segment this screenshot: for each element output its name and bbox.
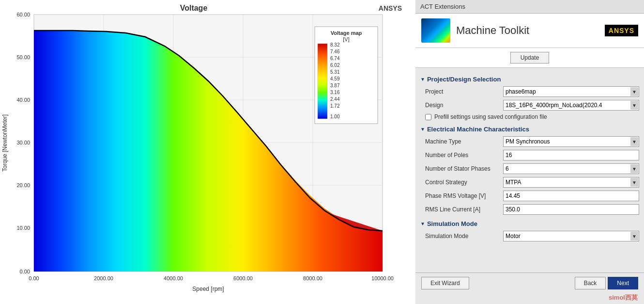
svg-text:4000.00: 4000.00 (164, 275, 183, 281)
rms-line-row: RMS Line Current [A] (415, 203, 644, 216)
ansys-label: ANSYS (379, 4, 402, 12)
svg-text:50.00: 50.00 (16, 54, 30, 60)
svg-text:6.74: 6.74 (330, 56, 340, 61)
svg-text:3.16: 3.16 (330, 90, 340, 95)
svg-text:8.32: 8.32 (330, 42, 340, 48)
machine-type-select-wrapper: PM Synchronous ▼ (503, 136, 639, 147)
svg-text:8000.00: 8000.00 (303, 275, 322, 281)
svg-text:60.00: 60.00 (16, 12, 30, 17)
ansys-logo: ANSYS (605, 25, 638, 36)
watermark: simol西莫 (413, 292, 642, 303)
back-button[interactable]: Back (575, 277, 606, 289)
project-row: Project phase6map ▼ (415, 85, 644, 98)
sim-mode-label: Simulation Mode (425, 233, 500, 240)
svg-text:[V]: [V] (343, 36, 349, 42)
act-extensions-label: ACT Extensions (420, 3, 465, 10)
form-area: ▼ Project/Design Selection Project phase… (415, 68, 644, 272)
svg-text:7.46: 7.46 (330, 49, 340, 54)
machine-type-select[interactable]: PM Synchronous (503, 136, 639, 147)
svg-text:0.00: 0.00 (20, 269, 30, 274)
project-select[interactable]: phase6map (503, 86, 639, 97)
control-strategy-label: Control Strategy (425, 179, 500, 186)
phase-rms-input[interactable] (503, 191, 639, 201)
svg-text:1.00: 1.00 (330, 114, 340, 119)
update-button[interactable]: Update (510, 52, 550, 64)
sim-mode-row: Simulation Mode Motor ▼ (415, 229, 644, 243)
simulation-section-header: ▼ Simulation Mode (415, 218, 644, 229)
control-strategy-select[interactable]: MTPA (503, 177, 639, 188)
svg-text:5.31: 5.31 (330, 69, 340, 75)
num-poles-label: Number of Poles (425, 152, 500, 159)
machine-type-label: Machine Type (425, 138, 500, 145)
project-select-wrapper: phase6map ▼ (503, 86, 639, 97)
svg-text:30.00: 30.00 (16, 140, 30, 145)
svg-rect-36 (318, 44, 327, 119)
toolkit-header: Machine Toolkit ANSYS (415, 14, 644, 48)
right-panel: ACT Extensions Machine Toolkit ANSYS Upd… (415, 0, 644, 304)
section-arrow-project: ▼ (420, 77, 425, 82)
design-row: Design 18S_16P6_4000rpm_NoLoad(2020.4 ▼ (415, 98, 644, 112)
svg-text:4.59: 4.59 (330, 76, 340, 81)
bottom-buttons-bar: Exit Wizard Back Next (415, 272, 644, 293)
svg-text:2.44: 2.44 (330, 96, 340, 102)
num-stator-select[interactable]: 6 (503, 163, 639, 174)
control-strategy-row: Control Strategy MTPA ▼ (415, 176, 644, 189)
nav-button-group: Back Next (575, 277, 638, 289)
phase-rms-row: Phase RMS Voltage [V] (415, 189, 644, 203)
svg-text:2000.00: 2000.00 (94, 275, 113, 281)
exit-wizard-button[interactable]: Exit Wizard (421, 277, 469, 289)
project-design-section-header: ▼ Project/Design Selection (415, 74, 644, 85)
svg-text:1.72: 1.72 (330, 103, 340, 109)
rms-line-input[interactable] (503, 204, 639, 215)
section-arrow-simulation: ▼ (420, 221, 425, 226)
chart-title: Voltage (180, 4, 208, 12)
prefill-label: Prefill settings using saved configurati… (434, 113, 547, 120)
num-stator-row: Number of Stator Phases 6 ▼ (415, 162, 644, 176)
svg-text:20.00: 20.00 (16, 182, 30, 188)
num-stator-label: Number of Stator Phases (425, 165, 500, 172)
control-strategy-select-wrapper: MTPA ▼ (503, 177, 639, 188)
svg-text:Voltage map: Voltage map (331, 30, 362, 36)
project-label: Project (425, 88, 500, 95)
prefill-checkbox[interactable] (425, 114, 431, 120)
svg-text:10000.00: 10000.00 (371, 275, 394, 281)
update-area: Update (415, 48, 644, 68)
chart-panel: Voltage ANSYS (0, 0, 415, 304)
num-stator-select-wrapper: 6 ▼ (503, 163, 639, 174)
svg-text:3.87: 3.87 (330, 83, 340, 88)
svg-text:10.00: 10.00 (16, 225, 30, 231)
sim-mode-select-wrapper: Motor ▼ (503, 231, 639, 241)
act-extensions-header: ACT Extensions (415, 0, 644, 14)
project-design-title: Project/Design Selection (427, 76, 501, 83)
machine-type-row: Machine Type PM Synchronous ▼ (415, 135, 644, 148)
x-axis-label: Speed [rpm] (192, 286, 224, 292)
svg-text:6000.00: 6000.00 (233, 275, 253, 281)
section-arrow-electrical: ▼ (420, 127, 425, 132)
toolkit-title: Machine Toolkit (456, 24, 599, 37)
electrical-section-header: ▼ Electrical Machine Characteristics (415, 124, 644, 135)
rms-line-label: RMS Line Current [A] (425, 206, 500, 213)
electrical-title: Electrical Machine Characteristics (427, 126, 529, 133)
prefill-row: Prefill settings using saved configurati… (415, 112, 644, 122)
design-select-wrapper: 18S_16P6_4000rpm_NoLoad(2020.4 ▼ (503, 100, 639, 111)
simulation-title: Simulation Mode (427, 220, 477, 227)
design-label: Design (425, 102, 500, 109)
svg-text:40.00: 40.00 (16, 97, 30, 103)
toolkit-logo-image (421, 18, 450, 43)
num-poles-row: Number of Poles (415, 148, 644, 162)
num-poles-input[interactable] (503, 150, 639, 160)
y-axis-label: Torque [NewtonMeter] (1, 114, 8, 172)
phase-rms-label: Phase RMS Voltage [V] (425, 192, 500, 199)
svg-text:6.02: 6.02 (330, 63, 340, 68)
sim-mode-select[interactable]: Motor (503, 231, 639, 241)
design-select[interactable]: 18S_16P6_4000rpm_NoLoad(2020.4 (503, 100, 639, 111)
svg-text:0.00: 0.00 (29, 275, 39, 281)
next-button[interactable]: Next (608, 277, 638, 289)
